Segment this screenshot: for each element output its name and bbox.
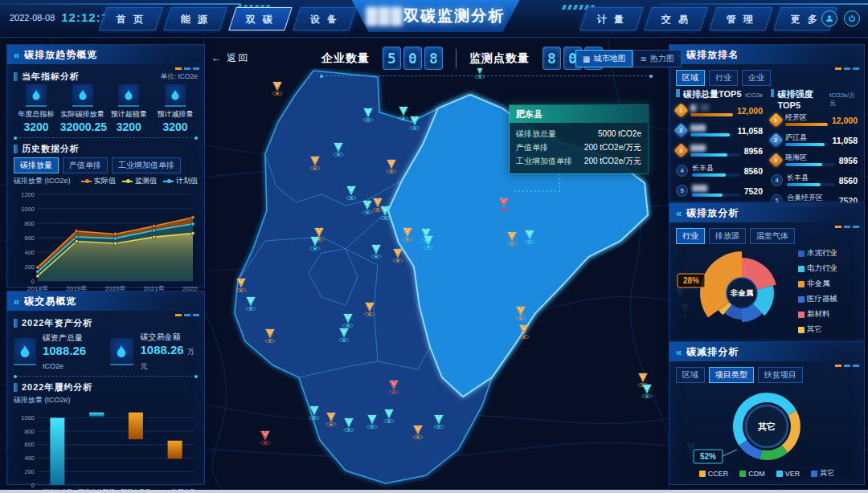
tab-region[interactable]: 区域 <box>676 367 705 383</box>
rank-2-medal-icon: 2 <box>674 123 688 137</box>
user-icon[interactable] <box>821 10 837 26</box>
y-axis-label: 碳排放量 (tCO2e) <box>14 176 71 186</box>
kpi-expected-excess: 预计超额量 3200 <box>106 84 151 133</box>
svg-text:600: 600 <box>24 441 35 448</box>
flame-icon <box>165 84 186 107</box>
panel-title: 碳排放趋势概览 <box>24 48 97 62</box>
back-button[interactable]: ← 返回 <box>211 51 249 65</box>
back-arrow-icon: ← <box>211 52 223 63</box>
legend-item: 非金属 <box>798 279 837 289</box>
performance-bar-chart: 02004006008001000碳排放总量国家发放配额配额交易量CCER购买总… <box>14 407 198 493</box>
kpi-annual-target: 年度总指标 3200 <box>14 84 59 133</box>
kpi-actual-emission: 实际碳排放量 32000.25 <box>60 84 105 133</box>
legend-monitor: 监测值 <box>122 176 157 186</box>
panel-carbon-trade: «碳交易概览 2022年资产分析 碳资产总量 1088.26 tCO2e 碳交易… <box>6 291 205 485</box>
nav-tab-dual-carbon[interactable]: 双 碳 <box>228 7 293 31</box>
enterprise-count-label: 企业数量 <box>321 51 370 66</box>
toggle-city-map[interactable]: ▦城市地图 <box>575 50 633 67</box>
tab-project-type[interactable]: 项目类型 <box>709 367 754 383</box>
flame-icon <box>72 84 93 107</box>
history-tabs: 碳排放量 产值单排 工业增加值单排 <box>14 157 198 173</box>
tooltip-label: 碳排放总量 <box>516 127 556 141</box>
rank-row: 3瑶海区8956 <box>771 150 858 170</box>
nav-tab-trade[interactable]: 交 易 <box>645 7 709 31</box>
panel-emission-trend: «碳排放趋势概览 当年指标分析单位: tCO2e 年度总指标 3200 实际碳排… <box>6 44 205 288</box>
svg-text:200: 200 <box>24 263 35 271</box>
section-title: 2022年履约分析 <box>22 381 92 393</box>
unit-label: 单位: tCO2e <box>161 72 198 82</box>
datetime: 2022-08-08 12:12:12 <box>10 10 116 24</box>
svg-text:800: 800 <box>24 428 35 435</box>
header-decor-line <box>0 3 241 5</box>
map-icon: ▦ <box>583 55 590 63</box>
legend-plan: 计划值 <box>163 176 198 186</box>
legend-item: 其它 <box>798 324 837 335</box>
legend-item: CCER <box>699 468 729 479</box>
nav-tab-home[interactable]: 首 页 <box>99 7 163 31</box>
dashboard: 滁州 2022-08-08 12:12:12 首 页 能 源 双 碳 设 备 █… <box>0 0 868 493</box>
monitor-count-label: 监测点数量 <box>469 51 530 66</box>
tab-emission-amount[interactable]: 碳排放量 <box>14 157 59 173</box>
legend-item: CDM <box>739 468 765 479</box>
tab-output-intensity[interactable]: 产值单排 <box>63 157 108 173</box>
app-title-banner: ███双碳监测分析 <box>342 0 529 32</box>
tab-industry-intensity[interactable]: 工业增加值单排 <box>112 157 181 173</box>
svg-text:其它: 其它 <box>757 422 776 432</box>
map-mode-toggle: ▦城市地图 ≋热力图 <box>575 50 682 67</box>
asset-kpi-row: 碳资产总量 1088.26 tCO2e 碳交易金额 1088.26 万元 <box>14 332 198 372</box>
emission-tabs: 行业 排放源 温室气体 <box>676 228 858 244</box>
heatmap-icon: ≋ <box>640 55 646 63</box>
rank-row: 1经开区12,000 <box>771 110 858 130</box>
svg-text:400: 400 <box>24 454 35 462</box>
year-kpi-row: 年度总指标 3200 实际碳排放量 32000.25 预计超额量 3200 预计… <box>14 84 198 133</box>
history-line-chart: 0200400600800100012002018年2019年2020年2021… <box>14 188 198 294</box>
rank-1-medal-icon: 1 <box>674 103 688 117</box>
rose-legend: 水泥行业 电力行业 非金属 医疗器械 新材料 其它 <box>798 248 837 335</box>
legend-item: VER <box>776 468 800 479</box>
svg-text:800: 800 <box>24 220 35 227</box>
map-tooltip: 肥东县 碳排放总量5000 tCO2e 产值单排200 tCO2e/万元 工业增… <box>509 104 649 174</box>
tab-source[interactable]: 排放源 <box>709 228 746 244</box>
tab-industry[interactable]: 行业 <box>676 228 705 244</box>
section-title: 历史数据分析 <box>22 143 80 155</box>
kpi-carbon-asset: 碳资产总量 1088.26 tCO2e <box>14 332 102 372</box>
line-legend: 实际值 监测值 计划值 <box>81 176 198 186</box>
reduction-tabs: 区域 项目类型 扶贫项目 <box>676 367 858 383</box>
legend-item: 其它 <box>811 468 834 479</box>
tab-greenhouse-gas[interactable]: 温室气体 <box>750 228 795 244</box>
rank-2-medal-icon: 2 <box>768 132 783 147</box>
nav-tab-metering[interactable]: 计 量 <box>579 7 644 31</box>
rank-1-medal-icon: 1 <box>768 112 783 127</box>
donut-legend: CCER CDM VER 其它 <box>676 468 858 479</box>
svg-text:0: 0 <box>31 278 35 285</box>
kpi-expected-reduction: 预计减排量 3200 <box>153 84 198 133</box>
tooltip-value: 200 tCO2e/万元 <box>584 154 641 168</box>
divider <box>15 137 196 139</box>
svg-text:0: 0 <box>31 482 35 489</box>
nav-tab-energy[interactable]: 能 源 <box>164 7 228 31</box>
tooltip-value: 200 tCO2e/万元 <box>584 141 641 154</box>
section-title: 当年指标分析 <box>22 71 80 83</box>
svg-text:200: 200 <box>24 468 35 475</box>
toggle-heatmap[interactable]: ≋热力图 <box>633 50 681 67</box>
power-icon[interactable] <box>844 10 860 26</box>
panel-reduction-analysis: «碳减排分析 区域 项目类型 扶贫项目 其它52% CCER CDM VER 其… <box>669 341 865 485</box>
tab-enterprise[interactable]: 企业 <box>742 70 771 86</box>
nav-tab-manage[interactable]: 管 理 <box>709 7 773 31</box>
rank-number-badge: 4 <box>676 165 688 177</box>
tab-region[interactable]: 区域 <box>676 70 705 86</box>
panel-emission-analysis: «碳排放分析 行业 排放源 温室气体 非金属28% 水泥行业 电力行业 非金属 … <box>669 202 865 340</box>
rank-3-medal-icon: 3 <box>768 153 783 167</box>
rank-column-intensity: 碳排强度TOP5tCO2e/万元 1经开区12,000 2庐江县11,058 3… <box>771 88 858 210</box>
bottom-strip <box>0 490 868 493</box>
tab-poverty-project[interactable]: 扶贫项目 <box>758 367 803 383</box>
rank-number-badge: 5 <box>676 185 688 197</box>
tab-industry[interactable]: 行业 <box>709 70 738 86</box>
svg-text:28%: 28% <box>683 276 699 285</box>
nav-tab-device[interactable]: 设 备 <box>293 7 357 31</box>
panel-title: 碳减排分析 <box>686 345 739 359</box>
rank-row: 4长丰县8560 <box>771 170 858 190</box>
tooltip-label: 工业增加值单排 <box>516 154 572 168</box>
svg-text:1200: 1200 <box>21 191 35 198</box>
rank-number-badge: 4 <box>771 174 783 186</box>
